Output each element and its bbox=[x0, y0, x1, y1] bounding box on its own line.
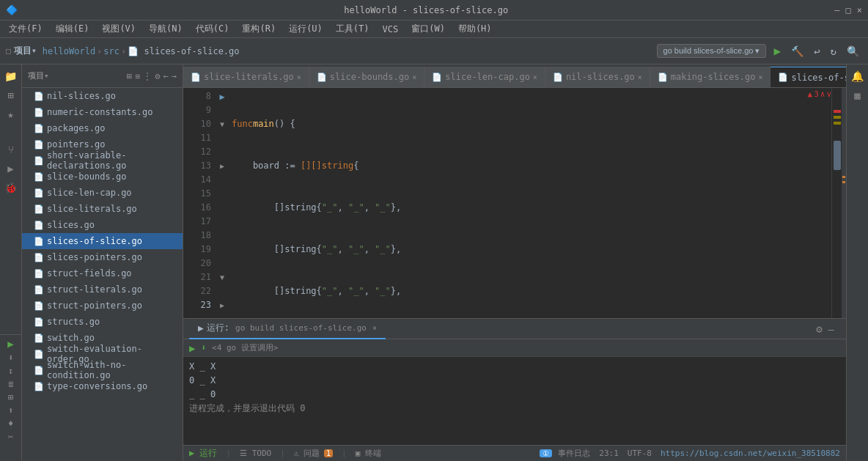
breadcrumb-app[interactable]: helloWorld bbox=[43, 46, 95, 56]
menu-window[interactable]: 窗口(W) bbox=[405, 21, 451, 37]
run-icon: ▶ bbox=[198, 322, 204, 333]
menu-vcs[interactable]: VCS bbox=[377, 23, 405, 36]
redo-button[interactable]: ↻ bbox=[828, 44, 839, 59]
list-item[interactable]: 📄type-conversions.go bbox=[22, 378, 183, 394]
menu-navigate[interactable]: 导航(N) bbox=[143, 21, 188, 37]
project-label[interactable]: 项目▾ bbox=[14, 45, 37, 57]
tab-close-icon[interactable]: × bbox=[412, 73, 416, 81]
tab-making-slices[interactable]: 📄 making-slices.go × bbox=[650, 67, 771, 87]
close-button[interactable]: × bbox=[857, 5, 862, 15]
tab-close-icon[interactable]: × bbox=[758, 73, 762, 81]
list-item[interactable]: 📄switch-with-no-condition.go bbox=[22, 362, 183, 378]
undo-button[interactable]: ↩ bbox=[811, 44, 823, 59]
editor-scrollbar[interactable] bbox=[831, 88, 842, 318]
tab-slice-len-cap[interactable]: 📄 slice-len-cap.go × bbox=[424, 67, 545, 87]
list-item[interactable]: 📄struct-literals.go bbox=[22, 281, 183, 298]
bottom-close-icon[interactable]: — bbox=[828, 323, 834, 335]
search-button[interactable]: 🔍 bbox=[844, 44, 862, 59]
tree-collapse-icon[interactable]: ⊞ bbox=[127, 71, 132, 81]
menu-refactor[interactable]: 重构(R) bbox=[236, 21, 282, 37]
right-sidebar-layout[interactable]: ▦ bbox=[849, 86, 867, 104]
menu-tools[interactable]: 工具(T) bbox=[330, 21, 375, 37]
maximize-button[interactable]: □ bbox=[846, 5, 851, 15]
fold-arrow-13[interactable]: ▶ bbox=[220, 159, 224, 173]
terminal-run-icon[interactable]: ▶ bbox=[189, 342, 195, 354]
status-event-log[interactable]: ① 事件日志 bbox=[540, 448, 591, 459]
panel-scroll-icon[interactable]: ↕ bbox=[8, 366, 13, 376]
fold-arrow-21[interactable]: ▼ bbox=[220, 270, 224, 284]
panel-down-icon[interactable]: ⬇ bbox=[8, 353, 13, 363]
tree-sort-icon[interactable]: ≡ bbox=[135, 71, 140, 81]
fold-marker[interactable]: ▶ bbox=[219, 89, 224, 103]
sidebar-debug-icon[interactable]: 🐞 bbox=[2, 179, 20, 196]
bottom-tab-run[interactable]: ▶ 运行: go build slices-of-slice.go × bbox=[189, 319, 386, 339]
fold-arrow-9[interactable]: ▼ bbox=[220, 117, 224, 131]
menu-edit[interactable]: 编辑(E) bbox=[50, 21, 95, 37]
list-item[interactable]: 📄nil-slices.go bbox=[22, 88, 183, 104]
terminal-header: ▶ ⬇ <4 go 设置调用> bbox=[183, 339, 846, 357]
bottom-settings-icon[interactable]: ⚙ bbox=[816, 323, 822, 335]
sidebar-vcs-icon[interactable]: ⑂ bbox=[2, 141, 20, 158]
list-item[interactable]: 📄slices.go bbox=[22, 217, 183, 233]
window-controls[interactable]: — □ × bbox=[834, 5, 862, 15]
list-item[interactable]: 📄struct-fields.go bbox=[22, 265, 183, 281]
tab-close-icon[interactable]: × bbox=[297, 73, 301, 81]
list-item[interactable]: 📄slice-literals.go bbox=[22, 201, 183, 217]
minimize-button[interactable]: — bbox=[834, 5, 839, 15]
sidebar-project-icon[interactable]: 📁 bbox=[2, 67, 20, 85]
fold-arrow-23[interactable]: ▶ bbox=[220, 298, 224, 312]
terminal-down-icon[interactable]: ⬇ bbox=[201, 343, 206, 353]
menu-code[interactable]: 代码(C) bbox=[190, 21, 235, 37]
list-item[interactable]: 📄numeric-constants.go bbox=[22, 104, 183, 120]
error-indicator[interactable]: ▲ 3 ∧ ∨ bbox=[808, 89, 832, 99]
menu-help[interactable]: 帮助(H) bbox=[452, 21, 498, 37]
breadcrumb-file[interactable]: 📄 slices-of-slice.go bbox=[128, 46, 239, 56]
sidebar-favorites-icon[interactable]: ★ bbox=[2, 106, 20, 123]
build-button[interactable]: 🔨 bbox=[788, 44, 806, 59]
list-item[interactable]: 📄structs.go bbox=[22, 314, 183, 330]
menu-run[interactable]: 运行(U) bbox=[283, 21, 328, 37]
code-editor[interactable]: 8 9 10 11 12 13 14 15 16 17 18 19 20 21 … bbox=[183, 88, 831, 318]
status-run-button[interactable]: ▶ 运行 bbox=[189, 447, 217, 460]
tab-close-icon[interactable]: × bbox=[533, 73, 537, 81]
list-item[interactable]: 📄packages.go bbox=[22, 120, 183, 136]
panel-scissors-icon[interactable]: ✂ bbox=[8, 432, 13, 442]
list-item[interactable]: 📄struct-pointers.go bbox=[22, 298, 183, 314]
scrollbar-thumb[interactable] bbox=[834, 141, 841, 170]
status-todo[interactable]: ☰ TODO bbox=[240, 449, 271, 458]
tab-close-icon[interactable]: × bbox=[638, 73, 642, 81]
bottom-area: ▶ 运行: go build slices-of-slice.go × ⚙ — … bbox=[183, 318, 846, 461]
right-sidebar-notifications[interactable]: 🔔 bbox=[849, 67, 867, 85]
tab-slice-bounds[interactable]: 📄 slice-bounds.go × bbox=[309, 67, 424, 87]
menu-view[interactable]: 视图(V) bbox=[96, 21, 141, 37]
error-nav-up[interactable]: ∧ bbox=[820, 89, 825, 99]
tab-nil-slices[interactable]: 📄 nil-slices.go × bbox=[545, 67, 650, 87]
panel-run-icon[interactable]: ▶ bbox=[7, 338, 13, 350]
panel-pin-icon[interactable]: ♦ bbox=[8, 418, 13, 429]
sidebar-structure-icon[interactable]: ⊞ bbox=[2, 86, 20, 104]
tree-settings-icon[interactable]: ⚙ bbox=[155, 71, 160, 81]
tree-forward-icon[interactable]: → bbox=[172, 71, 177, 81]
panel-wrap-icon[interactable]: ≣ bbox=[8, 379, 13, 389]
run-tab-close[interactable]: × bbox=[372, 324, 377, 332]
list-item[interactable]: 📄slice-len-cap.go bbox=[22, 185, 183, 201]
tree-more-icon[interactable]: ⋮ bbox=[143, 71, 152, 81]
tab-slices-of-slice[interactable]: 📄 slices-of-slice.go × bbox=[770, 67, 846, 87]
tab-slice-literals[interactable]: 📄 slice-literals.go × bbox=[183, 67, 309, 87]
breadcrumb-src[interactable]: src bbox=[103, 46, 119, 56]
run-config-button[interactable]: go build slices-of-slice.go ▾ bbox=[657, 44, 767, 58]
status-terminal[interactable]: ▣ 终端 bbox=[356, 448, 381, 459]
tree-back-icon[interactable]: ← bbox=[163, 71, 169, 81]
run-button[interactable]: ▶ bbox=[770, 43, 784, 59]
list-item[interactable]: 📄slices-pointers.go bbox=[22, 249, 183, 265]
code-content[interactable]: func main() { board := [][]string{ []str… bbox=[226, 88, 831, 318]
menu-file[interactable]: 文件(F) bbox=[3, 21, 48, 37]
list-item[interactable]: 📄slice-bounds.go bbox=[22, 169, 183, 185]
status-issues[interactable]: ⚠ 问题 bbox=[294, 448, 320, 459]
panel-up-icon[interactable]: ⬆ bbox=[8, 405, 13, 416]
list-item[interactable]: 📄slices-of-slice.go bbox=[22, 233, 183, 249]
panel-grid-icon[interactable]: ⊞ bbox=[8, 392, 13, 402]
list-item[interactable]: 📄short-variable-declarations.go bbox=[22, 152, 183, 169]
sidebar-run-icon[interactable]: ▶ bbox=[2, 160, 20, 177]
error-nav-down[interactable]: ∨ bbox=[826, 89, 831, 99]
